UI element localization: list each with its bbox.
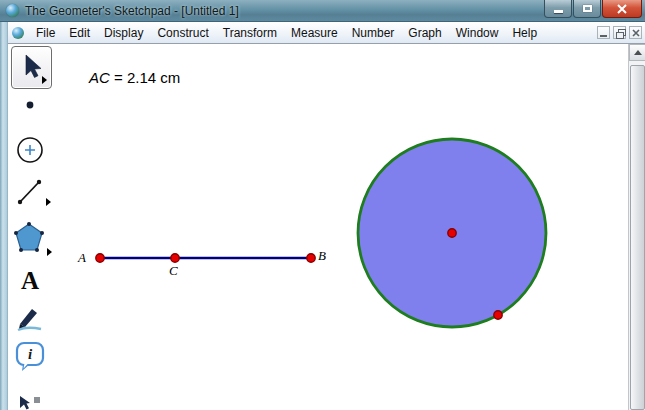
svg-text:i: i [28, 346, 33, 362]
mdi-close-button[interactable] [629, 26, 642, 39]
label-B[interactable]: B [318, 248, 326, 263]
menubar: File Edit Display Construct Transform Me… [0, 22, 645, 44]
tool-straightedge[interactable] [8, 176, 52, 208]
mdi-restore-icon [616, 29, 624, 37]
menu-help[interactable]: Help [505, 23, 544, 43]
tool-text[interactable]: A [8, 266, 52, 294]
flyout-arrow-icon [42, 76, 47, 84]
toolbox: A i [8, 44, 52, 410]
scroll-up-button[interactable] [629, 44, 645, 61]
maximize-icon [583, 5, 592, 12]
scrollbar-thumb[interactable] [630, 65, 645, 410]
menu-graph[interactable]: Graph [401, 23, 448, 43]
sketch-canvas[interactable]: AC = 2.14 cm A C B [52, 44, 628, 410]
tool-custom[interactable] [8, 393, 52, 410]
mdi-minimize-icon [600, 35, 607, 37]
point-A[interactable] [96, 254, 104, 262]
point-icon [23, 98, 37, 112]
maximize-button[interactable] [573, 0, 601, 18]
tool-polygon[interactable] [8, 222, 52, 256]
titlebar[interactable]: The Geometer's Sketchpad - [Untitled 1] [0, 0, 645, 22]
app-icon [6, 4, 19, 17]
menu-measure[interactable]: Measure [284, 23, 345, 43]
polygon-icon [14, 222, 46, 256]
point-B[interactable] [307, 254, 315, 262]
tool-compass[interactable] [8, 135, 52, 165]
marker-icon [14, 302, 46, 334]
close-icon [617, 4, 627, 14]
custom-tool-icon [14, 393, 46, 410]
mdi-controls [597, 26, 642, 39]
label-C[interactable]: C [169, 263, 178, 278]
label-A[interactable]: A [77, 250, 86, 265]
minimize-icon [554, 10, 563, 13]
menu-edit[interactable]: Edit [62, 23, 97, 43]
text-tool-icon: A [21, 268, 39, 293]
document-icon[interactable] [12, 27, 24, 39]
window-controls [543, 0, 642, 18]
compass-icon [15, 135, 45, 165]
straightedge-icon [15, 176, 45, 208]
window-border-left [0, 22, 8, 410]
minimize-button[interactable] [544, 0, 572, 18]
tool-marker[interactable] [8, 302, 52, 334]
menu-display[interactable]: Display [97, 23, 150, 43]
tool-information[interactable]: i [8, 340, 52, 376]
flyout-arrow-icon [46, 198, 51, 206]
tool-point[interactable] [8, 98, 52, 112]
mdi-restore-button[interactable] [613, 26, 626, 39]
arrow-up-icon [634, 50, 642, 55]
menu-window[interactable]: Window [449, 23, 506, 43]
menu-transform[interactable]: Transform [216, 23, 284, 43]
window-title: The Geometer's Sketchpad - [Untitled 1] [25, 4, 239, 18]
tool-selection-arrow[interactable] [11, 46, 52, 89]
point-C[interactable] [171, 254, 179, 262]
circle-center-point[interactable] [448, 229, 456, 237]
close-button[interactable] [602, 0, 642, 18]
menu-file[interactable]: File [29, 23, 62, 43]
menu-number[interactable]: Number [345, 23, 402, 43]
menu-construct[interactable]: Construct [150, 23, 215, 43]
vertical-scrollbar[interactable] [628, 44, 645, 410]
geometry-layer: A C B [52, 44, 628, 410]
app-window: The Geometer's Sketchpad - [Untitled 1] … [0, 0, 645, 410]
information-icon: i [14, 340, 46, 376]
mdi-minimize-button[interactable] [597, 26, 610, 39]
mdi-close-icon [632, 29, 640, 37]
circle-edge-point[interactable] [494, 311, 502, 319]
